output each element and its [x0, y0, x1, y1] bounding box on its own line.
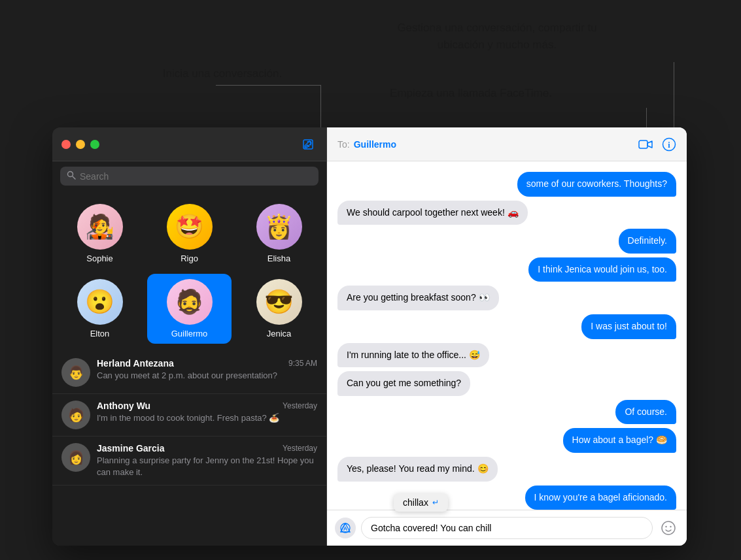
to-label: To:	[337, 139, 350, 150]
conversation-item-jasmine[interactable]: 👩Jasmine GarciaYesterdayPlanning a surpr…	[52, 436, 326, 486]
conv-name-jasmine: Jasmine Garcia	[97, 443, 165, 453]
svg-text:A: A	[343, 525, 348, 532]
annotation-line-start-conv-h	[216, 85, 320, 86]
conv-header-jasmine: Jasmine GarciaYesterday	[97, 443, 317, 453]
annotation-manage-conv: Gestiona una conversación, compartir tu …	[392, 20, 602, 53]
contact-name-rigo: Rigo	[181, 254, 198, 263]
message-row-8: Of course.	[337, 400, 676, 425]
avatar-elton: 😮	[77, 279, 123, 325]
chat-header-actions: i	[638, 137, 676, 152]
message-bubble-6: I'm running late to the office... 😅	[337, 343, 489, 368]
message-row-9: How about a bagel? 🥯	[337, 428, 676, 453]
message-bubble-9: How about a bagel? 🥯	[563, 428, 676, 453]
svg-text:i: i	[668, 140, 670, 149]
message-row-5: I was just about to!	[337, 314, 676, 339]
message-input-wrap: chillax ↵	[361, 517, 653, 539]
avatar-rigo: 🤩	[167, 204, 213, 250]
search-bar[interactable]	[60, 167, 319, 186]
svg-point-1	[68, 172, 73, 177]
app-window: 🧑‍🎤Sophie🤩Rigo👸Elisha😮Elton🧔Guillermo😎Je…	[52, 127, 687, 546]
pinned-contact-elton[interactable]: 😮Elton	[58, 274, 142, 344]
message-bubble-10: Yes, please! You read my mind. 😊	[337, 457, 498, 482]
conversation-list: 👨Herland Antezana9:35 AMCan you meet at …	[52, 352, 326, 546]
message-row-4: Are you getting breakfast soon? 👀	[337, 286, 676, 310]
conversation-item-anthony[interactable]: 🧑Anthony WuYesterdayI'm in the mood to c…	[52, 394, 326, 436]
pinned-contact-rigo[interactable]: 🤩Rigo	[147, 199, 232, 269]
messages-area: some of our coworkers. Thoughts?We shoul…	[327, 161, 687, 510]
message-row-3: I think Jenica would join us, too.	[337, 257, 676, 282]
contact-name-elisha: Elisha	[267, 254, 290, 263]
conv-avatar-herland: 👨	[61, 358, 90, 387]
message-row-7: Can you get me something?	[337, 371, 676, 396]
contact-name-elton: Elton	[90, 329, 110, 338]
minimize-button[interactable]	[76, 140, 85, 149]
avatar-elisha: 👸	[256, 204, 302, 250]
pinned-contacts-grid: 🧑‍🎤Sophie🤩Rigo👸Elisha😮Elton🧔Guillermo😎Je…	[52, 191, 326, 352]
conv-preview-jasmine: Planning a surprise party for Jenny on t…	[97, 455, 317, 478]
annotation-line-manage	[674, 62, 674, 127]
message-row-11: I know you're a bagel aficionado.	[337, 486, 676, 510]
message-input[interactable]	[361, 517, 653, 539]
autocomplete-popup[interactable]: chillax ↵	[394, 493, 448, 512]
info-button[interactable]: i	[662, 137, 676, 152]
message-row-1: We should carpool together next week! 🚗	[337, 201, 676, 225]
emoji-button[interactable]	[658, 518, 679, 538]
annotation-facetime: Empieza una llamada FaceTime.	[379, 85, 562, 102]
avatar-jenica: 😎	[256, 279, 302, 325]
chat-header: To: Guillermo i	[327, 127, 687, 161]
conv-preview-herland: Can you meet at 2 p.m. about our present…	[97, 370, 317, 382]
message-bubble-1: We should carpool together next week! 🚗	[337, 201, 528, 225]
avatar-guillermo: 🧔	[167, 279, 213, 325]
message-bubble-8: Of course.	[615, 400, 676, 425]
title-bar	[52, 127, 326, 161]
message-bubble-7: Can you get me something?	[337, 371, 470, 396]
annotation-line-start-conv	[320, 85, 321, 129]
message-row-0: some of our coworkers. Thoughts?	[337, 172, 676, 197]
search-input[interactable]	[80, 171, 312, 182]
chat-input-area: A chillax ↵	[327, 510, 687, 546]
pinned-contact-elisha[interactable]: 👸Elisha	[237, 199, 321, 269]
conv-header-herland: Herland Antezana9:35 AM	[97, 358, 317, 369]
chat-recipient: Guillermo	[354, 139, 396, 150]
pinned-contact-guillermo[interactable]: 🧔Guillermo	[147, 274, 232, 344]
sidebar: 🧑‍🎤Sophie🤩Rigo👸Elisha😮Elton🧔Guillermo😎Je…	[52, 127, 327, 546]
conv-preview-anthony: I'm in the mood to cook tonight. Fresh p…	[97, 412, 317, 424]
message-bubble-4: Are you getting breakfast soon? 👀	[337, 286, 499, 310]
message-bubble-3: I think Jenica would join us, too.	[528, 257, 676, 282]
traffic-lights	[61, 140, 99, 149]
autocomplete-word: chillax	[403, 497, 428, 508]
avatar-sophie: 🧑‍🎤	[77, 204, 123, 250]
contact-name-sophie: Sophie	[86, 254, 112, 263]
app-store-button[interactable]: A	[335, 518, 356, 538]
svg-point-8	[665, 526, 666, 527]
compose-button[interactable]	[299, 135, 317, 154]
conv-content-anthony: Anthony WuYesterdayI'm in the mood to co…	[97, 401, 317, 424]
message-bubble-11: I know you're a bagel aficionado.	[525, 486, 676, 510]
pinned-contact-sophie[interactable]: 🧑‍🎤Sophie	[58, 199, 142, 269]
facetime-video-button[interactable]	[638, 139, 653, 150]
svg-point-7	[662, 521, 675, 535]
message-bubble-0: some of our coworkers. Thoughts?	[517, 172, 676, 197]
conv-content-jasmine: Jasmine GarciaYesterdayPlanning a surpri…	[97, 443, 317, 478]
search-icon	[67, 171, 76, 182]
conv-name-anthony: Anthony Wu	[97, 401, 150, 411]
chat-area: To: Guillermo i some of our cowork	[327, 127, 687, 546]
svg-rect-2	[639, 140, 647, 148]
contact-name-guillermo: Guillermo	[171, 329, 208, 338]
message-row-6: I'm running late to the office... 😅	[337, 343, 676, 368]
message-bubble-2: Definitely.	[619, 229, 676, 254]
conv-avatar-jasmine: 👩	[61, 443, 90, 472]
maximize-button[interactable]	[90, 140, 99, 149]
conv-content-herland: Herland Antezana9:35 AMCan you meet at 2…	[97, 358, 317, 382]
conv-avatar-anthony: 🧑	[61, 401, 90, 429]
message-bubble-5: I was just about to!	[581, 314, 676, 339]
autocomplete-arrow: ↵	[432, 498, 439, 507]
conv-header-anthony: Anthony WuYesterday	[97, 401, 317, 411]
close-button[interactable]	[61, 140, 71, 149]
contact-name-jenica: Jenica	[267, 329, 292, 338]
pinned-contact-jenica[interactable]: 😎Jenica	[237, 274, 321, 344]
message-row-2: Definitely.	[337, 229, 676, 254]
annotation-start-conv: Inicia una conversación.	[157, 65, 288, 82]
conv-time-herland: 9:35 AM	[288, 359, 317, 368]
conversation-item-herland[interactable]: 👨Herland Antezana9:35 AMCan you meet at …	[52, 352, 326, 394]
